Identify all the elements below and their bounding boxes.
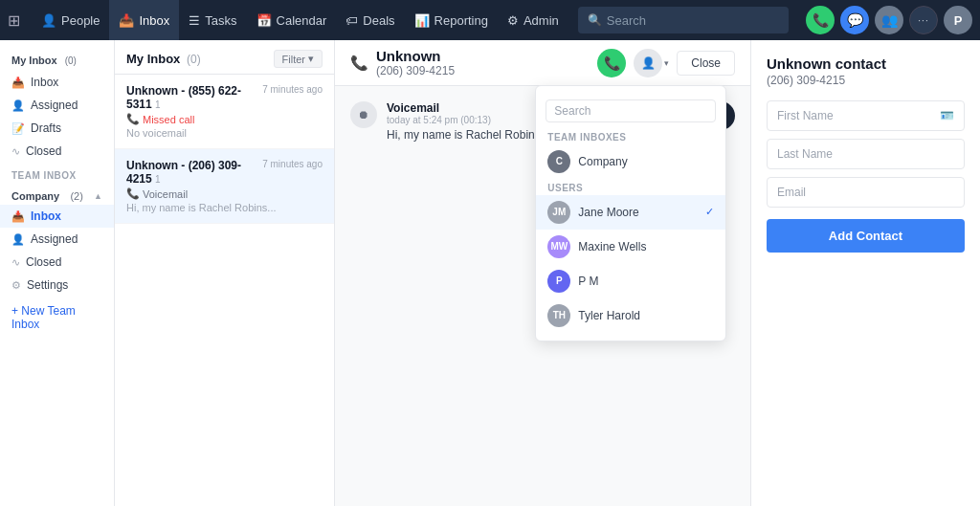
assign-option-maxine-wells[interactable]: MW Maxine Wells — [536, 230, 725, 264]
sidebar-item-label: Inbox — [31, 209, 61, 223]
conv-preview: No voicemail — [126, 127, 299, 139]
assign-option-tyler-harold[interactable]: TH Tyler Harold — [536, 298, 725, 333]
sidebar-item-label: Inbox — [31, 76, 58, 89]
top-nav: ⊞ 👤 People 📥 Inbox ☰ Tasks 📅 Calendar 🏷 … — [0, 0, 980, 40]
deals-icon: 🏷 — [345, 13, 358, 28]
closed-team-icon: ∿ — [11, 256, 20, 269]
conversation-list: My Inbox (0) Filter ▾ Unknown - (855) 62… — [115, 40, 335, 506]
team-name: Company — [11, 190, 59, 202]
nav-label-reporting: Reporting — [434, 13, 488, 28]
nav-item-reporting[interactable]: 📊 Reporting — [405, 0, 498, 40]
nav-label-deals: Deals — [363, 13, 394, 28]
tasks-icon: ☰ — [189, 13, 200, 28]
company-avatar: C — [547, 150, 570, 173]
nav-item-admin[interactable]: ⚙ Admin — [498, 0, 568, 40]
inbox-icon-sidebar: 📥 — [11, 77, 25, 89]
close-button[interactable]: Close — [677, 51, 735, 76]
admin-icon: ⚙ — [507, 13, 519, 28]
contact-panel-title: Unknown contact — [767, 55, 965, 72]
nav-item-calendar[interactable]: 📅 Calendar — [247, 0, 337, 40]
reporting-icon: 📊 — [414, 13, 430, 28]
contacts-button[interactable]: 👥 — [875, 6, 903, 34]
nav-label-tasks: Tasks — [205, 13, 236, 28]
sidebar-item-label: Assigned — [31, 99, 78, 112]
chevron-up-icon: ▲ — [94, 191, 102, 201]
assign-area: 👤 ▾ TEAM INBOXES C Company USERS — [634, 49, 669, 77]
conv-item-1[interactable]: Unknown - (855) 622-5311 1 7 minutes ago… — [115, 75, 334, 149]
conv-sub-2: 📞 Voicemail — [126, 187, 323, 200]
nav-item-people[interactable]: 👤 People — [32, 0, 109, 40]
conv-header-left: 📞 Unknown (206) 309-4215 — [350, 48, 455, 77]
email-field[interactable]: Email — [767, 177, 965, 208]
sidebar-item-drafts[interactable]: 📝 Drafts — [0, 117, 114, 140]
caller-number: (206) 309-4215 — [376, 64, 455, 77]
caller-name: Unknown — [376, 48, 455, 64]
tyler-harold-label: Tyler Harold — [578, 309, 640, 322]
main-layout: My Inbox (0) 📥 Inbox 👤 Assigned 📝 Drafts… — [0, 40, 980, 506]
sidebar-item-settings[interactable]: ⚙ Settings — [0, 274, 114, 297]
inbox-team-icon: 📥 — [11, 210, 25, 223]
voicemail-msg-icon: ⏺ — [350, 101, 377, 128]
sidebar-item-closed-team[interactable]: ∿ Closed — [0, 251, 114, 274]
last-name-placeholder: Last Name — [777, 147, 833, 161]
assign-option-jane-moore[interactable]: JM Jane Moore ✓ — [536, 195, 725, 230]
nav-item-tasks[interactable]: ☰ Tasks — [179, 0, 246, 40]
chat-button[interactable]: 💬 — [840, 6, 869, 34]
conv-sub-text-2: Voicemail — [143, 188, 188, 200]
sidebar-item-inbox-my[interactable]: 📥 Inbox — [0, 71, 114, 94]
phone-button[interactable]: 📞 — [806, 6, 835, 34]
assign-chevron-icon[interactable]: ▾ — [664, 58, 669, 68]
assign-option-company[interactable]: C Company — [536, 144, 725, 179]
filter-button[interactable]: Filter ▾ — [274, 50, 323, 68]
company-label: Company — [578, 155, 627, 168]
conv-name: Unknown - (855) 622-5311 1 — [126, 84, 262, 111]
sidebar-item-inbox-team[interactable]: 📥 Inbox — [0, 205, 114, 228]
conv-preview-2: Hi, my name is Rachel Robins... — [126, 202, 299, 213]
first-name-field[interactable]: First Name 🪪 — [767, 100, 965, 131]
email-placeholder: Email — [777, 186, 806, 199]
chevron-down-icon: ▾ — [308, 53, 314, 65]
inbox-icon: 📥 — [119, 13, 134, 28]
sidebar-item-assigned-my[interactable]: 👤 Assigned — [0, 94, 114, 117]
sidebar-my-inbox-count: (0) — [65, 55, 77, 66]
sidebar-team-header[interactable]: Company (2) ▲ — [0, 185, 114, 205]
conv-time-2: 7 minutes ago — [262, 159, 323, 169]
last-name-field[interactable]: Last Name — [767, 139, 965, 169]
assign-button[interactable]: 👤 — [634, 49, 662, 77]
drafts-icon: 📝 — [11, 122, 25, 135]
pm-label: P M — [578, 275, 598, 288]
sidebar-item-label: Assigned — [31, 232, 78, 246]
nav-label-inbox: Inbox — [139, 13, 169, 28]
nav-label-admin: Admin — [523, 13, 559, 28]
assign-search-input[interactable] — [546, 99, 716, 122]
conv-sub: 📞 Missed call — [126, 113, 323, 125]
assign-search-area — [536, 94, 725, 128]
sidebar-item-closed-my[interactable]: ∿ Closed — [0, 140, 114, 163]
conv-time: 7 minutes ago — [262, 84, 323, 95]
nav-right-actions: 📞 💬 👥 ··· P — [806, 6, 972, 34]
global-search: 🔍 — [578, 7, 789, 33]
sidebar-my-inbox-header[interactable]: My Inbox (0) — [0, 50, 114, 71]
closed-icon: ∿ — [11, 145, 20, 158]
new-team-inbox-button[interactable]: + New Team Inbox — [0, 297, 114, 339]
conv-list-title: My Inbox (0) — [126, 52, 201, 66]
conv-item-2[interactable]: Unknown - (206) 309-4215 1 7 minutes ago… — [115, 149, 334, 224]
nav-item-inbox[interactable]: 📥 Inbox — [109, 0, 179, 40]
caller-info: Unknown (206) 309-4215 — [376, 48, 455, 77]
jane-moore-avatar: JM — [547, 201, 570, 224]
sidebar-item-assigned-team[interactable]: 👤 Assigned — [0, 228, 114, 251]
add-contact-button[interactable]: Add Contact — [767, 219, 965, 253]
first-name-placeholder: First Name — [777, 109, 834, 122]
contact-panel-number: (206) 309-4215 — [767, 74, 965, 87]
assign-option-pm[interactable]: P P M — [536, 264, 725, 298]
jane-moore-label: Jane Moore — [578, 206, 638, 219]
missed-call-icon: 📞 — [126, 113, 140, 125]
grid-icon[interactable]: ⊞ — [8, 11, 20, 30]
search-icon: 🔍 — [588, 13, 602, 27]
search-input[interactable] — [607, 13, 779, 28]
nav-item-deals[interactable]: 🏷 Deals — [336, 0, 404, 40]
sidebar-item-label: Closed — [26, 255, 61, 269]
more-button[interactable]: ··· — [909, 6, 938, 34]
profile-button[interactable]: P — [944, 6, 972, 34]
call-button[interactable]: 📞 — [597, 49, 626, 77]
